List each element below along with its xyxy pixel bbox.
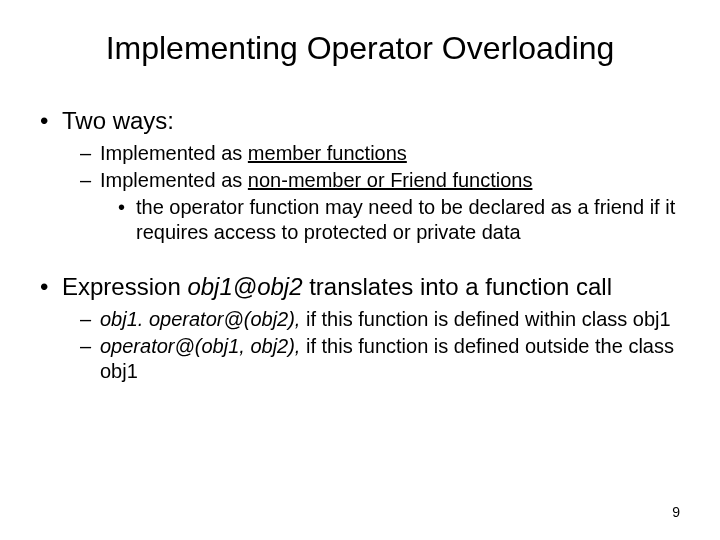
expr-post: translates into a function call	[303, 273, 613, 300]
expr-italic: obj1@obj2	[187, 273, 302, 300]
sub-sub-friend-note: the operator function may need to be dec…	[118, 195, 680, 245]
text-pre-member: Implemented as	[100, 142, 248, 164]
sub-expr-member-call: obj1. operator@(obj2), if this function …	[80, 307, 680, 332]
sub-member-functions: Implemented as member functions	[80, 141, 680, 166]
expr-pre: Expression	[62, 273, 187, 300]
bullet-list: Two ways: Implemented as member function…	[40, 107, 680, 384]
sub-sub-list: the operator function may need to be dec…	[100, 195, 680, 245]
slide: Implementing Operator Overloading Two wa…	[0, 0, 720, 540]
sub-expr-nonmember-call: operator@(obj1, obj2), if this function …	[80, 334, 680, 384]
page-number: 9	[672, 504, 680, 520]
bullet-two-ways: Two ways: Implemented as member function…	[40, 107, 680, 245]
slide-title: Implementing Operator Overloading	[40, 30, 680, 67]
expr-nonmember-call-italic: operator@(obj1, obj2),	[100, 335, 300, 357]
friend-note-text: the operator function may need to be dec…	[136, 196, 675, 243]
sub-list-expression: obj1. operator@(obj2), if this function …	[62, 307, 680, 384]
sub-nonmember-functions: Implemented as non-member or Friend func…	[80, 168, 680, 245]
underline-nonmember-functions: non-member or Friend functions	[248, 169, 533, 191]
expr-member-call-italic: obj1. operator@(obj2),	[100, 308, 300, 330]
underline-member-functions: member functions	[248, 142, 407, 164]
text-pre-nonmember: Implemented as	[100, 169, 248, 191]
sub-list-two-ways: Implemented as member functions Implemen…	[62, 141, 680, 245]
bullet-expression: Expression obj1@obj2 translates into a f…	[40, 273, 680, 384]
expr-member-call-tail: if this function is defined within class…	[300, 308, 670, 330]
bullet-two-ways-label: Two ways:	[62, 107, 174, 134]
